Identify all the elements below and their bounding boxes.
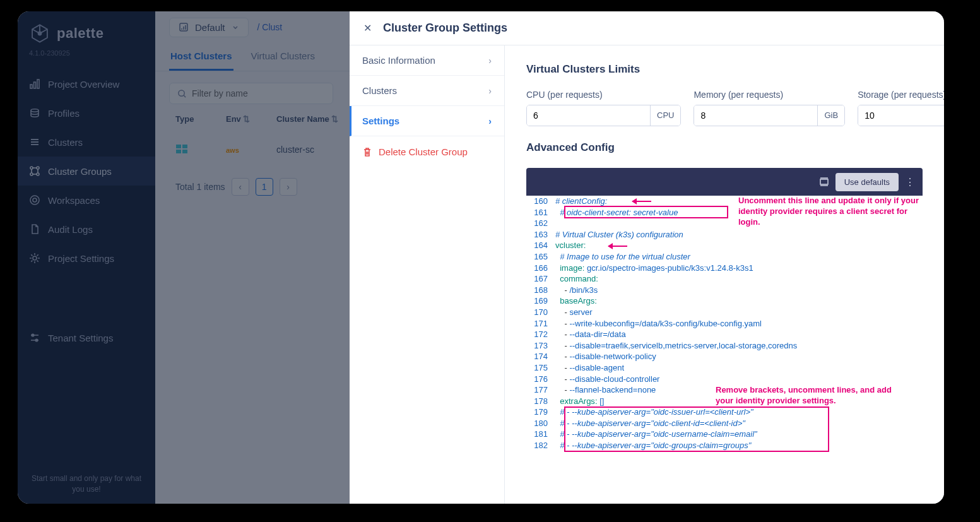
code-line[interactable]: 182 # - --kube-apiserver-arg="oidc-group… (526, 440, 923, 451)
line-number: 176 (526, 374, 555, 385)
line-number: 166 (526, 263, 555, 274)
code-content: image: gcr.io/spectro-images-public/k3s:… (555, 263, 923, 274)
chevron-right-icon: › (488, 56, 492, 66)
code-content: - --disable-network-policy (555, 351, 923, 362)
annotation-arrow-1 (632, 201, 651, 202)
section-advanced-title: Advanced Config (526, 141, 923, 154)
annotation-text-2: Remove brackets, uncomment lines, and ad… (716, 385, 911, 406)
code-line[interactable]: 164vcluster: (526, 240, 923, 251)
nav-clusters[interactable]: Clusters › (350, 76, 504, 106)
nav-basic-information[interactable]: Basic Information › (350, 45, 504, 76)
line-number: 161 (526, 207, 555, 218)
line-number: 175 (526, 362, 555, 374)
code-content: # - --kube-apiserver-arg="oidc-issuer-ur… (555, 406, 923, 418)
code-line[interactable]: 176 - --disable-cloud-controller (526, 374, 923, 385)
code-content: # Virtual Cluster (k3s) configuration (555, 229, 923, 240)
line-number: 178 (526, 396, 555, 407)
limit-memory: Memory (per requests) GiB (694, 90, 845, 126)
storage-input[interactable] (858, 105, 944, 126)
limit-label: CPU (per requests) (526, 90, 681, 100)
limit-label: Memory (per requests) (694, 90, 845, 100)
code-content: # - --kube-apiserver-arg="oidc-client-id… (555, 418, 923, 429)
settings-drawer: ✕ Cluster Group Settings Basic Informati… (350, 11, 944, 504)
settings-nav: Basic Information › Clusters › Settings … (350, 45, 505, 504)
code-line[interactable]: 180 # - --kube-apiserver-arg="oidc-clien… (526, 418, 923, 429)
svg-rect-33 (820, 179, 828, 184)
code-line[interactable]: 181 # - --kube-apiserver-arg="oidc-usern… (526, 429, 923, 440)
code-content: - --disable=traefik,servicelb,metrics-se… (555, 340, 923, 352)
annotation-text-1: Uncomment this line and update it only i… (738, 196, 921, 228)
line-number: 171 (526, 318, 555, 329)
trash-icon (362, 147, 372, 157)
chevron-right-icon: › (488, 86, 492, 96)
drawer-header: ✕ Cluster Group Settings (350, 11, 944, 45)
line-number: 163 (526, 229, 555, 240)
nav-settings[interactable]: Settings › (350, 106, 504, 136)
code-line[interactable]: 165 # Image to use for the virtual clust… (526, 251, 923, 263)
code-line[interactable]: 175 - --disable-agent (526, 362, 923, 374)
limits-row: CPU (per requests) CPU Memory (per reque… (526, 90, 923, 126)
nav-label: Basic Information (362, 55, 435, 66)
code-line[interactable]: 167 command: (526, 273, 923, 285)
drawer-title: Cluster Group Settings (383, 21, 507, 35)
line-number: 173 (526, 340, 555, 352)
code-line[interactable]: 174 - --disable-network-policy (526, 351, 923, 362)
line-number: 167 (526, 273, 555, 285)
app-window: palette 4.1.0-230925 Project Overview Pr… (18, 11, 944, 504)
limit-storage: Storage (per requests) GiB (858, 90, 944, 126)
limit-label: Storage (per requests) (858, 90, 944, 100)
line-number: 160 (526, 196, 555, 207)
delete-label: Delete Cluster Group (379, 146, 468, 157)
limit-cpu: CPU (per requests) CPU (526, 90, 681, 126)
code-content: # - --kube-apiserver-arg="oidc-groups-cl… (555, 440, 923, 451)
section-limits-title: Virtual Clusters Limits (526, 63, 923, 76)
cpu-unit: CPU (650, 105, 680, 126)
code-content: - --write-kubeconfig=/data/k3s-config/ku… (555, 318, 923, 329)
line-number: 169 (526, 295, 555, 307)
code-line[interactable]: 163# Virtual Cluster (k3s) configuration (526, 229, 923, 240)
line-number: 179 (526, 406, 555, 418)
expand-icon[interactable] (819, 177, 829, 187)
code-content: # - --kube-apiserver-arg="oidc-username-… (555, 429, 923, 440)
line-number: 177 (526, 384, 555, 396)
settings-content: Virtual Clusters Limits CPU (per request… (505, 45, 944, 504)
memory-input[interactable] (694, 105, 817, 126)
code-line[interactable]: 169 baseArgs: (526, 295, 923, 307)
line-number: 181 (526, 429, 555, 440)
code-line[interactable]: 172 - --data-dir=/data (526, 329, 923, 340)
use-defaults-button[interactable]: Use defaults (835, 173, 899, 191)
delete-cluster-group[interactable]: Delete Cluster Group (350, 136, 504, 167)
code-line[interactable]: 168 - /bin/k3s (526, 285, 923, 296)
chevron-right-icon: › (488, 116, 492, 126)
line-number: 182 (526, 440, 555, 451)
line-number: 172 (526, 329, 555, 340)
line-number: 162 (526, 218, 555, 229)
code-content: baseArgs: (555, 295, 923, 307)
line-number: 165 (526, 251, 555, 263)
line-number: 168 (526, 285, 555, 296)
annotation-arrow-2 (608, 246, 627, 247)
cpu-input[interactable] (527, 105, 650, 126)
code-content: - /bin/k3s (555, 285, 923, 296)
code-editor[interactable]: 160# clientConfig:161 # oidc-client-secr… (526, 196, 923, 451)
line-number: 170 (526, 307, 555, 318)
memory-unit: GiB (817, 105, 844, 126)
line-number: 174 (526, 351, 555, 362)
code-content: - --data-dir=/data (555, 329, 923, 340)
code-line[interactable]: 170 - server (526, 307, 923, 318)
code-content: - server (555, 307, 923, 318)
more-icon[interactable]: ⋮ (905, 176, 915, 188)
drawer-body: Basic Information › Clusters › Settings … (350, 45, 944, 504)
nav-label: Clusters (362, 85, 397, 96)
close-icon[interactable]: ✕ (363, 22, 372, 34)
code-line[interactable]: 179 # - --kube-apiserver-arg="oidc-issue… (526, 406, 923, 418)
code-line[interactable]: 173 - --disable=traefik,servicelb,metric… (526, 340, 923, 352)
nav-label: Settings (362, 116, 399, 126)
code-line[interactable]: 166 image: gcr.io/spectro-images-public/… (526, 263, 923, 274)
line-number: 164 (526, 240, 555, 251)
code-content: # Image to use for the virtual cluster (555, 251, 923, 263)
code-content: - --disable-agent (555, 362, 923, 374)
code-line[interactable]: 171 - --write-kubeconfig=/data/k3s-confi… (526, 318, 923, 329)
line-number: 180 (526, 418, 555, 429)
code-content: - --disable-cloud-controller (555, 374, 923, 385)
